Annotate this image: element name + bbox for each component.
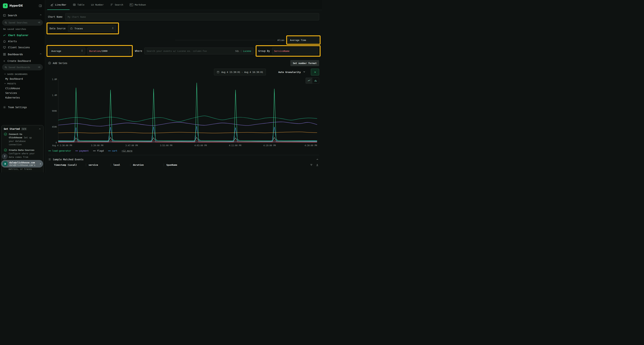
column-resize-handle[interactable] [111,164,111,166]
sidebar-item-chart-explorer[interactable]: Chart Explorer [0,32,45,38]
alias-input[interactable]: Average Time [288,37,319,43]
markdown-icon: M↓ [130,3,133,6]
saved-searches-input[interactable]: Saved Searches ⌘K [2,19,43,25]
legend-more-link[interactable]: +12 more [122,149,132,152]
column-header-duration[interactable]: duration [133,164,161,166]
chart-explorer-icon [3,34,6,37]
bar-view-toggle[interactable] [312,78,319,83]
sidebar-item-label: Team Settings [8,106,27,109]
legend-swatch [48,151,51,151]
search-section-icon [3,14,6,17]
preset-item-kubernetes[interactable]: Kubernetes [0,95,45,100]
tab-search[interactable]: Search [107,0,126,10]
brand-link[interactable]: HyperDX [3,3,23,8]
tab-line-bar[interactable]: Line/Bar [47,0,70,10]
search-icon [4,66,7,69]
time-range-picker[interactable]: Aug 4 15:30:01 - Aug 4 16:30:01 [214,69,266,75]
timeseries-chart: 1.8M1.4M900K450K0Aug 4 3:30:00 PM3:39:00… [48,77,319,148]
group-label-text: SAVED DASHBOARDS [7,73,28,75]
sidebar-section-search[interactable]: Search [0,11,45,19]
data-source-highlight: Data Source Traces [46,22,119,34]
lucene-toggle[interactable]: Lucene [243,50,251,52]
get-started-item[interactable]: Create Data Sources Configure where your… [4,148,41,159]
svg-text:4:03:00 PM: 4:03:00 PM [194,144,207,147]
tab-table[interactable]: Table [70,0,88,10]
collapse-sample-events-icon[interactable] [316,158,319,161]
column-header-timestamp[interactable]: Timestamp (Local) [54,164,83,166]
sidebar-item-alerts[interactable]: Alerts [0,38,45,44]
granularity-select[interactable]: Auto Granularity [276,69,308,75]
sidebar-item-label: Alerts [8,40,17,43]
add-series-button[interactable]: Add Series [48,61,67,65]
legend-item-flagd[interactable]: flagd [93,149,104,152]
help-button[interactable]: ? [2,154,8,159]
sidebar-item-team-settings[interactable]: Team Settings [0,104,45,110]
svg-text:1.8M: 1.8M [52,78,57,81]
tab-number[interactable]: 123 Number [88,0,107,10]
chevron-up-icon [39,52,42,56]
alias-value: Average Time [290,39,306,41]
sidebar-section-dashboards[interactable]: Dashboards [0,50,45,58]
data-source-select[interactable]: Traces [68,25,116,32]
search-icon [4,21,7,24]
tab-label: Table [78,3,84,6]
brand-name: HyperDX [10,4,23,7]
run-query-button[interactable] [311,69,319,75]
legend-item-payment[interactable]: payment [75,149,89,152]
hyperdx-logo-icon [3,3,8,8]
column-header-service[interactable]: service [88,164,108,166]
sidebar-item-client-sessions[interactable]: Client Sessions [0,44,45,50]
svg-text:1.4M: 1.4M [52,94,57,96]
list-icon [48,158,51,161]
chart-area: 1.8M1.4M900K450K0Aug 4 3:30:00 PM3:39:00… [48,77,319,152]
table-icon [73,3,76,6]
play-icon [314,71,316,73]
svg-text:4:11:00 PM: 4:11:00 PM [229,144,241,147]
sql-toggle[interactable]: SQL [235,50,239,52]
column-settings-icon[interactable] [310,163,313,166]
collapse-sidebar-icon[interactable] [39,4,42,7]
download-icon[interactable] [316,163,319,166]
column-resize-handle[interactable] [130,164,130,166]
dashboards-icon [3,53,6,56]
chevron-updown-icon [81,49,83,52]
time-range-value: Aug 4 15:30:01 - Aug 4 16:30:01 [221,71,263,73]
column-header-level[interactable]: level [114,164,128,166]
line-view-toggle[interactable] [306,78,312,83]
tab-markdown[interactable]: M↓ Markdown [126,0,149,10]
column-header-spanname[interactable]: SpanName [166,164,310,166]
aggregation-field-input[interactable]: Duration/1000 [87,47,130,54]
where-label: Where [135,49,142,52]
get-started-item[interactable]: Connect to ClickHouse Set up your databa… [4,132,41,146]
add-series-label: Add Series [53,62,67,64]
preset-item-clickhouse[interactable]: ClickHouse [0,86,45,91]
preset-item-services[interactable]: Services [0,91,45,95]
column-resize-handle[interactable] [86,164,86,166]
saved-dashboards-group-toggle[interactable]: SAVED DASHBOARDS [0,72,45,76]
collapse-get-started-icon[interactable] [38,128,41,130]
aggregation-select[interactable]: Average [49,47,85,54]
legend-item-cart[interactable]: cart [108,149,117,152]
chart-name-input[interactable] [65,13,319,20]
presets-group-toggle[interactable]: PRESETS [0,81,45,86]
legend-item-load-generator[interactable]: load-generator [48,149,71,152]
query-language-toggle: SQL | Lucene [235,50,251,52]
legend-label: payment [79,149,89,152]
svg-text:3:39:00 PM: 3:39:00 PM [91,144,103,147]
chevron-down-icon [4,73,6,76]
chevron-up-icon [39,13,42,17]
sample-events-header: Sample Matched Events [48,155,319,163]
user-team: dale@clickhouse.com's [9,164,38,166]
tab-label: Line/Bar [55,3,66,6]
create-dashboard-button[interactable]: Create Dashboard [0,58,45,64]
chart-type-tabbar: Line/Bar Table 123 Number Search M↓ Mark… [45,0,322,10]
where-input[interactable]: Search your events w/ Lucene ex. column:… [144,47,254,54]
group-by-input[interactable]: ServiceName [272,47,318,54]
dashboard-item-my-dashboard[interactable]: My Dashboard [0,76,45,81]
saved-dashboards-input[interactable]: Saved Dashboards ⌘K [2,64,43,70]
chart-view-toggle [306,78,319,84]
user-menu[interactable]: D dale@clickhouse.com dale@clickhouse.co… [1,160,43,167]
number-123-icon: 123 [91,4,94,6]
gear-icon [3,106,6,109]
set-number-format-button[interactable]: Set number format [290,60,319,66]
